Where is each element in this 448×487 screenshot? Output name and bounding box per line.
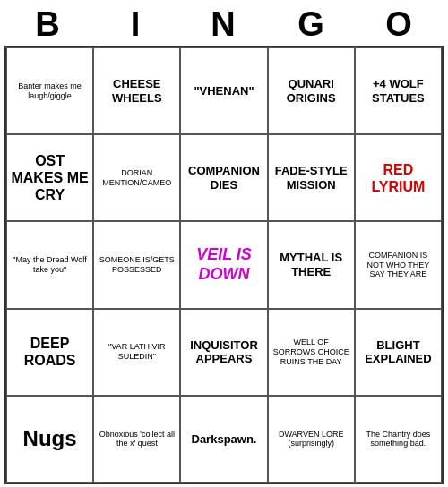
letter-g: G <box>271 5 352 44</box>
cell-1-0: OST MAKES ME CRY <box>6 134 93 221</box>
cell-2-1: SOMEONE IS/GETS POSSESSED <box>93 221 180 308</box>
cell-0-3: QUNARI ORIGINS <box>268 47 355 134</box>
cell-1-2: COMPANION DIES <box>180 134 267 221</box>
cell-0-0: Banter makes me laugh/giggle <box>6 47 93 134</box>
cell-3-0: DEEP ROADS <box>6 309 93 396</box>
cell-4-0: Nugs <box>6 396 93 483</box>
cell-1-1: DORIAN MENTION/CAMEO <box>93 134 180 221</box>
cell-2-3: MYTHAL IS THERE <box>268 221 355 308</box>
letter-o: O <box>359 5 440 44</box>
cell-2-4: COMPANION IS NOT WHO THEY SAY THEY ARE <box>355 221 442 308</box>
cell-2-2: VEIL IS DOWN <box>180 221 267 308</box>
cell-4-1: Obnoxious 'collect all the x' quest <box>93 396 180 483</box>
letter-i: I <box>96 5 177 44</box>
letter-n: N <box>184 5 264 44</box>
letter-b: B <box>8 5 89 44</box>
cell-1-4: RED LYRIUM <box>355 134 442 221</box>
cell-4-2: Darkspawn. <box>180 396 267 483</box>
cell-3-2: INQUISITOR APPEARS <box>180 309 267 396</box>
bingo-title: B I N G O <box>4 0 444 46</box>
cell-4-4: The Chantry does something bad. <box>355 396 442 483</box>
cell-2-0: "May the Dread Wolf take you" <box>6 221 93 308</box>
cell-3-3: WELL OF SORROWS CHOICE RUINS THE DAY <box>268 309 355 396</box>
cell-0-2: "VHENAN" <box>180 47 267 134</box>
cell-4-3: DWARVEN LORE (surprisingly) <box>268 396 355 483</box>
bingo-grid: Banter makes me laugh/giggle CHEESE WHEE… <box>4 46 444 484</box>
cell-3-4: BLIGHT EXPLAINED <box>355 309 442 396</box>
cell-3-1: "VAR LATH VIR SULEDIN" <box>93 309 180 396</box>
cell-1-3: FADE-STYLE MISSION <box>268 134 355 221</box>
cell-0-1: CHEESE WHEELS <box>93 47 180 134</box>
cell-0-4: +4 WOLF STATUES <box>355 47 442 134</box>
